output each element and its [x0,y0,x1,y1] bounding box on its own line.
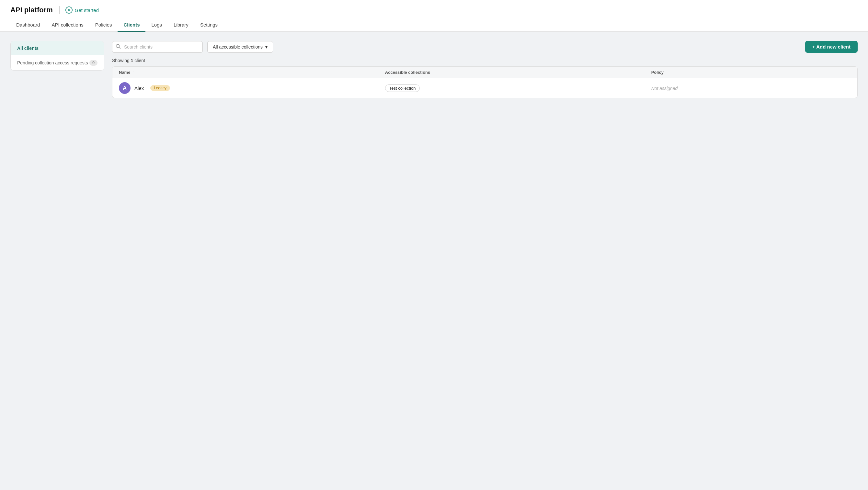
nav-item-settings[interactable]: Settings [194,19,223,32]
page-body: All clients Pending collection access re… [0,32,868,107]
nav-item-logs[interactable]: Logs [146,19,168,32]
client-name-cell: A Alex Legacy [119,82,385,94]
col-policy: Policy [651,70,851,75]
top-bar: API platform Get started Dashboard API c… [0,0,868,32]
sidebar-item-all-clients[interactable]: All clients [11,41,104,55]
get-started-label: Get started [75,7,99,13]
main-nav: Dashboard API collections Policies Clien… [10,19,858,31]
collections-dropdown-label: All accessible collections [213,44,263,50]
toolbar: All accessible collections ▾ + Add new c… [112,41,858,53]
app-title: API platform [10,6,53,14]
main-content: All accessible collections ▾ + Add new c… [112,41,858,98]
sidebar: All clients Pending collection access re… [10,41,104,71]
nav-item-dashboard[interactable]: Dashboard [10,19,46,32]
nav-item-api-collections[interactable]: API collections [46,19,89,32]
nav-item-policies[interactable]: Policies [89,19,118,32]
chevron-down-icon: ▾ [265,44,268,50]
client-collections: Test collection [385,85,651,92]
sidebar-pending-label: Pending collection access requests [17,60,88,65]
sort-icon-name: ↑ [132,70,134,75]
table-row[interactable]: A Alex Legacy Test collection Not assign… [113,78,857,98]
avatar: A [119,82,130,94]
search-wrap [112,41,203,53]
col-accessible-collections: Accessible collections [385,70,651,75]
legacy-tag: Legacy [150,85,170,91]
nav-item-library[interactable]: Library [168,19,194,32]
showing-label: Showing 1 client [112,58,858,63]
add-client-label: + Add new client [812,44,850,50]
showing-count: 1 [131,58,133,63]
nav-item-clients[interactable]: Clients [118,19,146,32]
col-name[interactable]: Name ↑ [119,70,385,75]
svg-marker-1 [68,9,70,11]
sidebar-item-pending[interactable]: Pending collection access requests 0 [11,55,104,70]
search-icon [116,44,121,50]
collection-tag: Test collection [385,85,420,92]
collections-dropdown[interactable]: All accessible collections ▾ [207,41,273,53]
client-policy: Not assigned [651,86,851,91]
table-header: Name ↑ Accessible collections Policy [113,67,857,78]
clients-table: Name ↑ Accessible collections Policy A A… [112,66,858,98]
client-name: Alex [134,86,144,91]
pending-badge: 0 [89,60,97,66]
search-input[interactable] [112,41,203,53]
policy-not-assigned: Not assigned [651,86,678,91]
svg-line-3 [119,47,121,48]
add-client-button[interactable]: + Add new client [805,41,858,53]
get-started-link[interactable]: Get started [65,6,99,13]
header-divider [59,6,60,14]
play-icon [65,6,72,13]
